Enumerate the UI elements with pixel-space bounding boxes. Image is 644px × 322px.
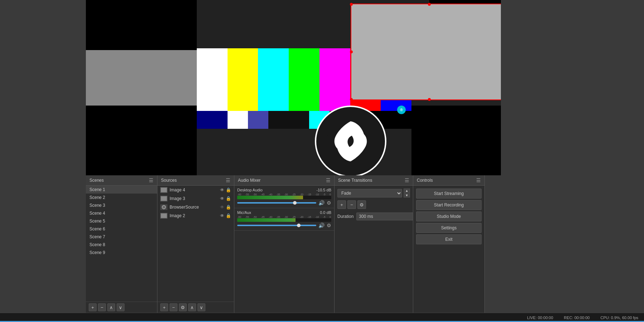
transition-up-btn[interactable]: ▲	[404, 189, 410, 193]
audio-mic-header: Mic/Aux 0.0 dB	[237, 210, 331, 215]
source-lock-icon-image4[interactable]: 🔒	[226, 187, 231, 192]
scene-item-3[interactable]: Scene 3	[86, 201, 157, 209]
audio-desktop-name: Desktop Audio	[237, 188, 263, 192]
exit-button[interactable]: Exit	[416, 234, 482, 244]
scene-item-9[interactable]: Scene 9	[86, 249, 157, 257]
settings-button[interactable]: Settings	[416, 223, 482, 233]
duration-input[interactable]	[356, 213, 413, 220]
scene-item-4[interactable]: Scene 4	[86, 209, 157, 217]
audio-panel: Audio Mixer ☰ Desktop Audio -10.5 dB -60…	[234, 175, 335, 313]
transitions-panel-title: Scene Transitions	[338, 178, 372, 183]
selected-source-box[interactable]	[351, 4, 501, 100]
scenes-panel-header: Scenes ☰	[86, 175, 157, 186]
transition-dropdown[interactable]: Fade Cut Swipe Slide	[337, 189, 402, 197]
transition-gear-btn[interactable]: ⚙	[357, 200, 366, 209]
sources-down-btn[interactable]: ∨	[197, 303, 205, 311]
scene-item-6[interactable]: Scene 6	[86, 225, 157, 233]
preview-gray-region	[86, 50, 197, 106]
status-rec: REC: 00:00:00	[564, 316, 590, 320]
resize-handle-bl[interactable]	[350, 98, 353, 101]
audio-mic-name: Mic/Aux	[237, 210, 251, 215]
status-live: LIVE: 00:00:00	[527, 316, 553, 320]
audio-desktop-slider[interactable]	[237, 202, 316, 204]
audio-desktop-settings-btn[interactable]: ⚙	[327, 200, 331, 206]
source-thumb-image2	[160, 213, 167, 219]
duration-row: Duration ▲ ▼	[337, 212, 410, 221]
transitions-panel-content: Fade Cut Swipe Slide ▲ ▼ + − ⚙	[335, 186, 413, 313]
studio-mode-button[interactable]: Studio Mode	[416, 211, 482, 221]
sources-add-btn[interactable]: +	[160, 303, 168, 311]
resize-handle-tl[interactable]	[350, 3, 353, 6]
audio-mic-mute-btn[interactable]: 🔊	[318, 223, 325, 228]
source-item-image4[interactable]: Image 4 👁 🔒	[157, 186, 234, 194]
duration-label: Duration	[337, 214, 353, 219]
transition-select-row: Fade Cut Swipe Slide ▲ ▼	[337, 189, 410, 197]
resize-handle-tc[interactable]	[428, 3, 431, 6]
scenes-up-btn[interactable]: ∧	[107, 303, 115, 311]
transitions-panel-icon[interactable]: ☰	[405, 177, 409, 183]
source-icons-image4: 👁 🔒	[220, 187, 231, 192]
source-name-image3: Image 3	[170, 196, 218, 201]
bottom-panel: Scenes ☰ Scene 1 Scene 2 Scene 3 Scene 4…	[0, 175, 644, 322]
scenes-panel-title: Scenes	[89, 178, 104, 183]
audio-desktop-mute-btn[interactable]: 🔊	[318, 200, 325, 206]
audio-desktop-db: -10.5 dB	[316, 188, 331, 192]
sources-up-btn[interactable]: ∧	[188, 303, 196, 311]
scenes-add-btn[interactable]: +	[89, 303, 97, 311]
scene-item-7[interactable]: Scene 7	[86, 233, 157, 241]
source-icons-browser: 👁 🔒	[220, 205, 231, 210]
resize-handle-ml[interactable]	[350, 50, 353, 53]
controls-panel-icon[interactable]: ☰	[476, 177, 481, 183]
left-sidebar-empty	[0, 175, 86, 313]
source-eye-icon-image4[interactable]: 👁	[220, 187, 224, 192]
transition-add-row: + − ⚙	[337, 200, 410, 209]
preview-canvas: ®	[86, 0, 501, 175]
source-item-browser[interactable]: BrowserSource 👁 🔒	[157, 203, 234, 211]
audio-desktop-slider-thumb	[293, 201, 297, 205]
svg-rect-10	[161, 214, 167, 218]
audio-desktop-ticks: -60 -55 -50 -45 -40 -35 -30 -25 -20 -15 …	[237, 193, 331, 196]
transition-section: Fade Cut Swipe Slide ▲ ▼ + − ⚙	[335, 186, 413, 224]
scene-item-8[interactable]: Scene 8	[86, 241, 157, 249]
scenes-down-btn[interactable]: ∨	[117, 303, 125, 311]
start-recording-button[interactable]: Start Recording	[416, 200, 482, 210]
transition-remove-btn[interactable]: −	[347, 200, 356, 209]
resize-handle-bc[interactable]	[428, 98, 431, 101]
scenes-panel: Scenes ☰ Scene 1 Scene 2 Scene 3 Scene 4…	[86, 175, 157, 313]
scenes-panel-icon[interactable]: ☰	[149, 177, 153, 183]
transition-add-btn[interactable]: +	[337, 200, 346, 209]
source-lock-icon-browser[interactable]: 🔒	[226, 205, 231, 210]
source-eye-icon-image2[interactable]: 👁	[220, 213, 224, 218]
audio-mic-slider[interactable]	[237, 225, 316, 226]
sources-remove-btn[interactable]: −	[170, 303, 177, 311]
source-thumb-browser	[160, 204, 167, 210]
transitions-panel: Scene Transitions ☰ Fade Cut Swipe Slide…	[335, 175, 413, 313]
source-lock-icon-image2[interactable]: 🔒	[226, 213, 231, 218]
obs-logo	[315, 106, 386, 175]
scene-item-5[interactable]: Scene 5	[86, 217, 157, 225]
start-streaming-button[interactable]: Start Streaming	[416, 189, 482, 199]
preview-black-bottomright	[411, 106, 501, 175]
scene-item-2[interactable]: Scene 2	[86, 194, 157, 201]
scenes-toolbar: + − ∧ ∨	[86, 302, 157, 313]
scene-item-1[interactable]: Scene 1	[86, 186, 157, 194]
source-item-image3[interactable]: Image 3 👁 🔒	[157, 194, 234, 203]
audio-mic-settings-btn[interactable]: ⚙	[327, 223, 331, 228]
audio-mic-meter-mask	[296, 218, 331, 222]
transition-down-btn[interactable]: ▼	[404, 193, 410, 197]
audio-desktop-meter	[237, 196, 331, 199]
audio-mic-controls: 🔊 ⚙	[237, 223, 331, 228]
audio-panel-icon[interactable]: ☰	[326, 177, 331, 183]
scenes-remove-btn[interactable]: −	[98, 303, 106, 311]
source-icons-image3: 👁 🔒	[220, 196, 231, 201]
registered-badge: ®	[397, 106, 406, 114]
source-lock-icon-image3[interactable]: 🔒	[226, 196, 231, 201]
source-item-image2[interactable]: Image 2 👁 🔒	[157, 211, 234, 220]
sources-settings-btn[interactable]: ⚙	[179, 303, 187, 311]
source-eye-icon-image3[interactable]: 👁	[220, 196, 224, 201]
sources-panel-header: Sources ☰	[157, 175, 234, 186]
audio-mic-meter	[237, 218, 331, 222]
source-eye-icon-browser[interactable]: 👁	[220, 205, 224, 210]
sources-panel-icon[interactable]: ☰	[226, 177, 230, 183]
svg-rect-4	[161, 196, 167, 201]
